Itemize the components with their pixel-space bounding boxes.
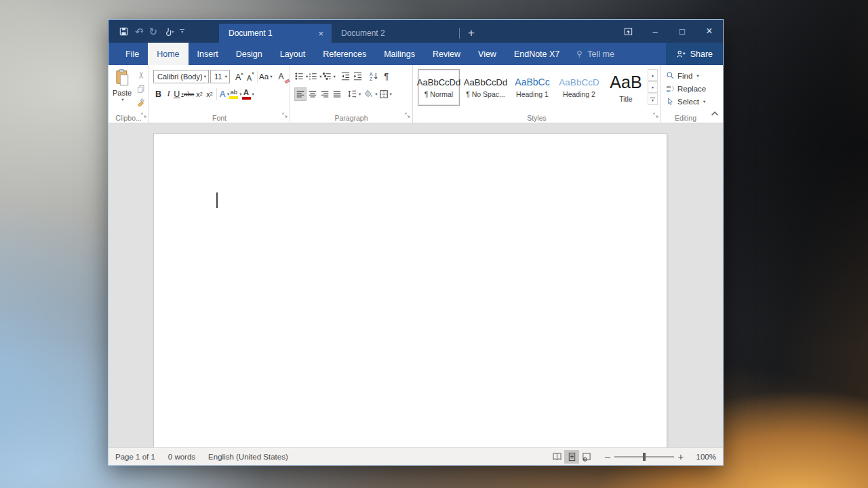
print-layout-icon[interactable] (564, 450, 579, 464)
document-area[interactable] (108, 123, 723, 447)
doc-tab-document1[interactable]: Document 1 × (219, 24, 332, 43)
ribbon-tab-insert[interactable]: Insert (189, 43, 227, 65)
font-dialog-launcher-icon[interactable] (282, 108, 288, 121)
numbering-button[interactable]: ▾ (308, 70, 321, 83)
paste-dropdown-icon: ▾ (121, 97, 123, 102)
touch-mode-dropdown-icon[interactable]: ▾ (172, 29, 174, 34)
paste-button[interactable]: Paste ▾ (111, 68, 133, 110)
strikethrough-button[interactable]: abc (184, 87, 194, 101)
tab-close-icon[interactable]: × (317, 28, 325, 39)
zoom-out-button[interactable]: – (601, 451, 614, 462)
style-name: ¶ No Spac... (466, 90, 505, 98)
styles-dialog-launcher-icon[interactable] (653, 108, 658, 121)
ribbon-tab-home[interactable]: Home (148, 43, 188, 65)
justify-button[interactable] (331, 87, 343, 101)
ribbon-tab-endnote[interactable]: EndNote X7 (505, 43, 568, 65)
collapse-ribbon-icon[interactable] (711, 107, 719, 119)
ribbon-tab-layout[interactable]: Layout (271, 43, 315, 65)
decrease-indent-button[interactable] (340, 70, 352, 83)
italic-button[interactable]: I (163, 87, 174, 101)
align-center-button[interactable] (307, 87, 319, 101)
styles-scroll-up-icon[interactable]: ▴ (648, 69, 658, 81)
style-normal[interactable]: AaBbCcDd ¶ Normal (418, 69, 460, 106)
zoom-slider-thumb[interactable] (643, 453, 646, 461)
line-spacing-button[interactable]: ▾ (347, 87, 361, 101)
language-indicator[interactable]: English (United States) (208, 453, 288, 461)
redo-icon[interactable]: ↻ (149, 26, 158, 37)
underline-button[interactable]: U▾ (174, 87, 184, 101)
zoom-in-button[interactable]: + (674, 451, 688, 462)
font-color-button[interactable]: A ▾ (242, 87, 254, 101)
customize-qat-icon[interactable]: ▾ (180, 29, 184, 33)
align-left-button[interactable] (294, 87, 307, 101)
web-layout-icon[interactable] (579, 450, 594, 464)
undo-dropdown-icon[interactable]: ▾ (141, 29, 143, 34)
status-bar: Page 1 of 1 0 words English (United Stat… (108, 447, 723, 465)
style-heading1[interactable]: AaBbCc Heading 1 (511, 69, 553, 106)
subscript-button[interactable]: x2 (194, 87, 204, 101)
superscript-button[interactable]: x2 (204, 87, 214, 101)
maximize-button[interactable]: □ (669, 20, 696, 43)
page-indicator[interactable]: Page 1 of 1 (115, 453, 155, 461)
window-controls: – □ × (614, 20, 723, 43)
ribbon-tab-view[interactable]: View (469, 43, 505, 65)
grow-font-button[interactable]: A▴ (233, 70, 243, 83)
copy-icon[interactable] (136, 83, 146, 94)
style-preview: AaBbCc (515, 77, 549, 87)
paragraph-dialog-launcher-icon[interactable] (405, 108, 410, 121)
style-heading2[interactable]: AaBbCcD Heading 2 (558, 69, 600, 106)
find-button[interactable]: Find ▾ (666, 69, 710, 82)
style-no-spacing[interactable]: AaBbCcDd ¶ No Spac... (465, 69, 507, 106)
shrink-font-button[interactable]: A▾ (243, 70, 254, 83)
svg-text:Z: Z (370, 77, 372, 81)
close-button[interactable]: × (696, 20, 723, 43)
minimize-button[interactable]: – (642, 20, 669, 43)
clipboard-dialog-launcher-icon[interactable] (141, 108, 146, 121)
sort-button[interactable]: AZ (368, 70, 380, 83)
style-preview: AaB (610, 73, 642, 92)
word-count[interactable]: 0 words (168, 453, 195, 461)
ribbon-tab-file[interactable]: File (117, 43, 148, 65)
read-mode-icon[interactable] (549, 450, 564, 464)
ribbon-tab-review[interactable]: Review (424, 43, 469, 65)
font-name-combo[interactable]: Calibri (Body) ▾ (153, 70, 209, 83)
ribbon-tab-references[interactable]: References (314, 43, 375, 65)
align-right-button[interactable] (319, 87, 331, 101)
style-title[interactable]: AaB Title (605, 69, 647, 106)
clear-formatting-button[interactable]: A (276, 70, 286, 83)
increase-indent-button[interactable] (352, 70, 364, 83)
shading-button[interactable]: ▾ (363, 87, 377, 101)
bullets-button[interactable]: ▾ (294, 70, 308, 83)
change-case-button[interactable]: Aa▾ (260, 70, 272, 83)
share-button[interactable]: Share (666, 43, 723, 65)
save-icon[interactable] (118, 26, 129, 37)
quick-access-toolbar: ↶ ▾ ↻ ▾ ▾ (118, 20, 184, 43)
ribbon-tab-design[interactable]: Design (227, 43, 271, 65)
paragraph-group: ▾ ▾ ▾ (290, 65, 413, 123)
zoom-level[interactable]: 100% (693, 453, 716, 461)
tell-me-box[interactable]: Tell me (568, 43, 621, 65)
tell-me-label: Tell me (587, 49, 614, 59)
font-size-combo[interactable]: 11 ▾ (210, 70, 230, 83)
select-button[interactable]: Select ▾ (666, 95, 710, 108)
style-name: ¶ Normal (425, 90, 453, 98)
zoom-slider[interactable] (614, 456, 674, 458)
cut-icon[interactable]: ✂ (136, 69, 146, 80)
text-effects-button[interactable]: A▾ (219, 87, 229, 101)
styles-more-icon[interactable]: ▾ (648, 94, 658, 105)
borders-button[interactable]: ▾ (379, 87, 392, 101)
bold-button[interactable]: B (153, 87, 163, 101)
format-painter-icon[interactable] (136, 98, 146, 108)
doc-tab-document2[interactable]: Document 2 (332, 24, 459, 43)
replace-button[interactable]: abac Replace (666, 82, 710, 95)
ribbon-tab-mailings[interactable]: Mailings (375, 43, 424, 65)
style-preview: AaBbCcD (559, 77, 599, 87)
ribbon-display-options-icon[interactable] (614, 20, 642, 43)
paste-clipboard-icon (114, 68, 130, 87)
highlight-color-button[interactable]: ab ▾ (229, 87, 241, 101)
document-page[interactable] (153, 134, 667, 447)
styles-scroll-down-icon[interactable]: ▾ (648, 81, 658, 93)
new-tab-button[interactable]: + (460, 24, 483, 43)
multilevel-list-button[interactable]: ▾ (322, 70, 336, 83)
show-formatting-marks-button[interactable]: ¶ (380, 70, 393, 83)
